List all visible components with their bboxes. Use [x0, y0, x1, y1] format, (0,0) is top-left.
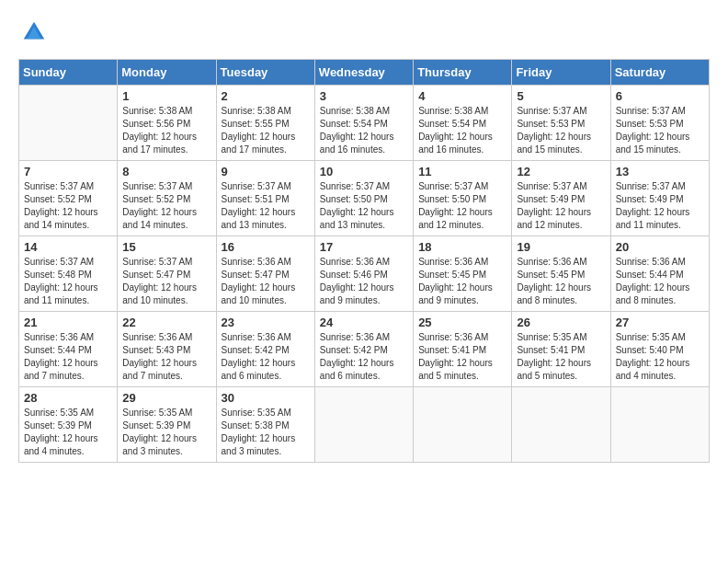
calendar-cell: 9Sunrise: 5:37 AM Sunset: 5:51 PM Daylig… [216, 161, 314, 236]
calendar-cell [314, 387, 413, 463]
logo-icon [20, 18, 48, 46]
day-number: 8 [122, 165, 210, 178]
day-info: Sunrise: 5:35 AM Sunset: 5:41 PM Dayligh… [517, 331, 605, 383]
day-number: 28 [24, 391, 112, 405]
calendar-week-row: 21Sunrise: 5:36 AM Sunset: 5:44 PM Dayli… [19, 312, 710, 387]
calendar-cell: 25Sunrise: 5:36 AM Sunset: 5:41 PM Dayli… [414, 312, 512, 387]
day-number: 16 [222, 240, 310, 254]
day-number: 11 [418, 165, 506, 178]
calendar-cell: 5Sunrise: 5:37 AM Sunset: 5:53 PM Daylig… [512, 86, 610, 161]
calendar-cell: 10Sunrise: 5:37 AM Sunset: 5:50 PM Dayli… [314, 161, 413, 236]
calendar-cell: 15Sunrise: 5:37 AM Sunset: 5:47 PM Dayli… [118, 236, 216, 312]
day-number: 26 [517, 316, 605, 329]
calendar-cell: 19Sunrise: 5:36 AM Sunset: 5:45 PM Dayli… [512, 236, 610, 312]
day-number: 13 [616, 165, 704, 178]
column-header-sunday: Sunday [19, 60, 118, 86]
calendar-cell: 30Sunrise: 5:35 AM Sunset: 5:38 PM Dayli… [216, 387, 314, 463]
day-info: Sunrise: 5:36 AM Sunset: 5:44 PM Dayligh… [24, 331, 112, 383]
calendar-cell: 6Sunrise: 5:37 AM Sunset: 5:53 PM Daylig… [610, 86, 709, 161]
day-info: Sunrise: 5:38 AM Sunset: 5:54 PM Dayligh… [418, 105, 506, 156]
calendar-cell: 29Sunrise: 5:35 AM Sunset: 5:39 PM Dayli… [118, 387, 216, 463]
day-info: Sunrise: 5:36 AM Sunset: 5:42 PM Dayligh… [320, 331, 408, 383]
day-number: 3 [320, 89, 408, 103]
calendar-week-row: 28Sunrise: 5:35 AM Sunset: 5:39 PM Dayli… [19, 387, 710, 463]
logo [18, 18, 51, 50]
column-header-wednesday: Wednesday [314, 60, 413, 86]
day-number: 7 [24, 165, 112, 178]
calendar-cell: 7Sunrise: 5:37 AM Sunset: 5:52 PM Daylig… [19, 161, 118, 236]
calendar-cell: 3Sunrise: 5:38 AM Sunset: 5:54 PM Daylig… [314, 86, 413, 161]
calendar-week-row: 7Sunrise: 5:37 AM Sunset: 5:52 PM Daylig… [19, 161, 710, 236]
day-info: Sunrise: 5:37 AM Sunset: 5:53 PM Dayligh… [616, 105, 704, 156]
day-info: Sunrise: 5:38 AM Sunset: 5:54 PM Dayligh… [320, 105, 408, 156]
day-info: Sunrise: 5:37 AM Sunset: 5:53 PM Dayligh… [517, 105, 605, 156]
day-number: 2 [222, 89, 310, 103]
calendar-cell: 11Sunrise: 5:37 AM Sunset: 5:50 PM Dayli… [414, 161, 512, 236]
day-info: Sunrise: 5:37 AM Sunset: 5:49 PM Dayligh… [616, 180, 704, 232]
day-number: 19 [517, 240, 605, 254]
day-info: Sunrise: 5:36 AM Sunset: 5:45 PM Dayligh… [418, 256, 506, 307]
calendar-cell: 18Sunrise: 5:36 AM Sunset: 5:45 PM Dayli… [414, 236, 512, 312]
day-info: Sunrise: 5:37 AM Sunset: 5:52 PM Dayligh… [24, 180, 112, 232]
day-number: 14 [24, 240, 112, 254]
calendar-week-row: 1Sunrise: 5:38 AM Sunset: 5:56 PM Daylig… [19, 86, 710, 161]
day-info: Sunrise: 5:36 AM Sunset: 5:43 PM Dayligh… [122, 331, 210, 383]
column-header-thursday: Thursday [414, 60, 512, 86]
day-info: Sunrise: 5:38 AM Sunset: 5:55 PM Dayligh… [222, 105, 310, 156]
calendar-cell: 13Sunrise: 5:37 AM Sunset: 5:49 PM Dayli… [610, 161, 709, 236]
day-info: Sunrise: 5:37 AM Sunset: 5:51 PM Dayligh… [222, 180, 310, 232]
day-number: 20 [616, 240, 704, 254]
day-number: 24 [320, 316, 408, 329]
day-number: 21 [24, 316, 112, 329]
day-number: 9 [222, 165, 310, 178]
calendar-cell [19, 86, 118, 161]
day-number: 6 [616, 89, 704, 103]
day-info: Sunrise: 5:36 AM Sunset: 5:44 PM Dayligh… [616, 256, 704, 307]
day-number: 10 [320, 165, 408, 178]
calendar-cell [610, 387, 709, 463]
calendar-cell: 4Sunrise: 5:38 AM Sunset: 5:54 PM Daylig… [414, 86, 512, 161]
day-number: 1 [122, 89, 210, 103]
day-info: Sunrise: 5:36 AM Sunset: 5:45 PM Dayligh… [517, 256, 605, 307]
day-number: 23 [222, 316, 310, 329]
calendar-cell: 28Sunrise: 5:35 AM Sunset: 5:39 PM Dayli… [19, 387, 118, 463]
calendar-cell: 2Sunrise: 5:38 AM Sunset: 5:55 PM Daylig… [216, 86, 314, 161]
calendar-cell: 17Sunrise: 5:36 AM Sunset: 5:46 PM Dayli… [314, 236, 413, 312]
day-info: Sunrise: 5:35 AM Sunset: 5:38 PM Dayligh… [222, 407, 310, 458]
day-info: Sunrise: 5:37 AM Sunset: 5:52 PM Dayligh… [122, 180, 210, 232]
calendar-cell: 1Sunrise: 5:38 AM Sunset: 5:56 PM Daylig… [118, 86, 216, 161]
day-info: Sunrise: 5:36 AM Sunset: 5:46 PM Dayligh… [320, 256, 408, 307]
day-info: Sunrise: 5:35 AM Sunset: 5:39 PM Dayligh… [24, 407, 112, 458]
calendar-header-row: SundayMondayTuesdayWednesdayThursdayFrid… [19, 60, 710, 86]
column-header-saturday: Saturday [610, 60, 709, 86]
day-info: Sunrise: 5:35 AM Sunset: 5:40 PM Dayligh… [616, 331, 704, 383]
day-info: Sunrise: 5:36 AM Sunset: 5:42 PM Dayligh… [222, 331, 310, 383]
calendar-table: SundayMondayTuesdayWednesdayThursdayFrid… [18, 59, 710, 463]
day-number: 29 [122, 391, 210, 405]
column-header-tuesday: Tuesday [216, 60, 314, 86]
day-info: Sunrise: 5:37 AM Sunset: 5:48 PM Dayligh… [24, 256, 112, 307]
day-info: Sunrise: 5:36 AM Sunset: 5:41 PM Dayligh… [418, 331, 506, 383]
day-info: Sunrise: 5:37 AM Sunset: 5:49 PM Dayligh… [517, 180, 605, 232]
day-info: Sunrise: 5:38 AM Sunset: 5:56 PM Dayligh… [122, 105, 210, 156]
calendar-cell: 22Sunrise: 5:36 AM Sunset: 5:43 PM Dayli… [118, 312, 216, 387]
calendar-cell [512, 387, 610, 463]
day-info: Sunrise: 5:37 AM Sunset: 5:50 PM Dayligh… [418, 180, 506, 232]
calendar-cell: 16Sunrise: 5:36 AM Sunset: 5:47 PM Dayli… [216, 236, 314, 312]
calendar-cell: 14Sunrise: 5:37 AM Sunset: 5:48 PM Dayli… [19, 236, 118, 312]
day-number: 27 [616, 316, 704, 329]
day-number: 15 [122, 240, 210, 254]
day-info: Sunrise: 5:37 AM Sunset: 5:47 PM Dayligh… [122, 256, 210, 307]
calendar-cell: 27Sunrise: 5:35 AM Sunset: 5:40 PM Dayli… [610, 312, 709, 387]
calendar-cell [414, 387, 512, 463]
day-number: 30 [222, 391, 310, 405]
day-info: Sunrise: 5:37 AM Sunset: 5:50 PM Dayligh… [320, 180, 408, 232]
calendar-cell: 8Sunrise: 5:37 AM Sunset: 5:52 PM Daylig… [118, 161, 216, 236]
day-info: Sunrise: 5:36 AM Sunset: 5:47 PM Dayligh… [222, 256, 310, 307]
day-number: 5 [517, 89, 605, 103]
column-header-friday: Friday [512, 60, 610, 86]
page-header [18, 18, 710, 50]
calendar-cell: 24Sunrise: 5:36 AM Sunset: 5:42 PM Dayli… [314, 312, 413, 387]
day-number: 25 [418, 316, 506, 329]
day-info: Sunrise: 5:35 AM Sunset: 5:39 PM Dayligh… [122, 407, 210, 458]
